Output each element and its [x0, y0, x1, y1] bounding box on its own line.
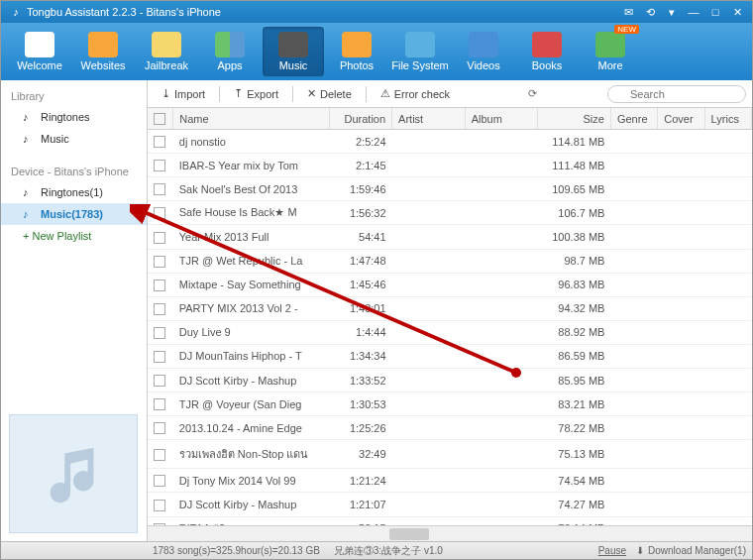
col-check[interactable] — [148, 108, 173, 130]
refresh-button[interactable]: ⟳ — [523, 87, 543, 100]
table-row[interactable]: Duy Live 9 1:4:44 88.92 MB — [148, 320, 752, 344]
table-row[interactable]: 2013.10.24 - Amine Edge 1:25:26 78.22 MB — [148, 416, 752, 440]
toolbar-jailbreak[interactable]: Jailbreak — [136, 27, 197, 76]
maximize-icon[interactable]: □ — [708, 5, 722, 19]
search-input[interactable] — [607, 85, 746, 103]
table-row[interactable]: IBAR-S Year mix by Tom 2:1:45 111.48 MB — [148, 154, 752, 177]
table-row[interactable]: รวมเพลงฮิต Non-Stop แดน 32:49 75.13 MB — [148, 440, 752, 469]
sidebar-item-lib-music[interactable]: ♪Music — [1, 128, 147, 150]
table-row[interactable]: dj nonstio 2:5:24 114.81 MB — [148, 130, 752, 154]
col-duration[interactable]: Duration — [330, 108, 392, 130]
cell-name: Mixtape - Say Something — [173, 273, 330, 296]
close-icon[interactable]: ✕ — [730, 5, 744, 19]
cell-album — [465, 469, 538, 493]
sidebar-item-dev-music[interactable]: ♪Music(1783) — [1, 203, 147, 225]
menu-icon[interactable]: ▾ — [665, 5, 679, 19]
library-header: Library — [1, 86, 147, 106]
col-album[interactable]: Album — [465, 108, 538, 130]
toolbar-more[interactable]: MoreNEW — [580, 27, 641, 76]
row-checkbox[interactable] — [154, 232, 165, 244]
cell-name: Safe House Is Back★ M — [173, 201, 330, 225]
cell-size: 111.48 MB — [538, 154, 611, 177]
table-row[interactable]: Dj Tony Mix 2014 Vol 99 1:21:24 74.54 MB — [148, 469, 752, 493]
apps-icon — [215, 32, 245, 57]
row-checkbox[interactable] — [154, 136, 165, 148]
cell-artist — [392, 469, 466, 493]
sync-icon[interactable]: ⟲ — [643, 5, 657, 19]
table-row[interactable]: Safe House Is Back★ M 1:56:32 106.7 MB — [148, 201, 752, 225]
row-checkbox[interactable] — [154, 351, 165, 363]
col-size[interactable]: Size — [538, 108, 611, 130]
table-row[interactable]: RITAA #2 53:15 73.14 MB — [148, 516, 752, 525]
cell-artist — [392, 296, 466, 320]
scroll-thumb[interactable] — [389, 528, 429, 540]
delete-button[interactable]: ✕ Delete — [299, 84, 360, 103]
cell-size: 100.38 MB — [538, 225, 611, 249]
row-checkbox[interactable] — [154, 160, 165, 171]
table-row[interactable]: Sak Noel's Best Of 2013 1:59:46 109.65 M… — [148, 177, 752, 201]
table-row[interactable]: TJR @ Voyeur (San Dieg 1:30:53 83.21 MB — [148, 392, 752, 416]
status-summary: 1783 song(s)=325.9hour(s)=20.13 GB — [153, 545, 320, 556]
cell-duration: 54:41 — [330, 225, 392, 249]
table-row[interactable]: Year Mix 2013 Full 54:41 100.38 MB — [148, 225, 752, 249]
col-lyrics[interactable]: Lyrics — [704, 108, 751, 130]
table-row[interactable]: DJ Scott Kirby - Mashup 1:21:07 74.27 MB — [148, 493, 752, 516]
toolbar-music[interactable]: Music — [263, 27, 324, 76]
row-checkbox[interactable] — [154, 500, 165, 511]
sidebar-item-dev-ringtones[interactable]: ♪Ringtones(1) — [1, 181, 147, 203]
row-checkbox[interactable] — [154, 183, 165, 195]
row-checkbox[interactable] — [154, 303, 165, 315]
cell-duration: 2:5:24 — [330, 130, 392, 154]
track-table-wrap[interactable]: Name Duration Artist Album Size Genre Co… — [148, 108, 752, 525]
row-checkbox[interactable] — [154, 449, 165, 461]
row-checkbox[interactable] — [154, 280, 165, 291]
col-artist[interactable]: Artist — [392, 108, 466, 130]
pause-button[interactable]: Pause — [598, 545, 626, 556]
col-cover[interactable]: Cover — [658, 108, 704, 130]
cell-artist — [392, 154, 466, 177]
cell-size: 74.54 MB — [538, 469, 611, 493]
cell-artist — [392, 225, 466, 249]
download-manager-button[interactable]: ⬇ Download Manager(1) — [636, 545, 746, 556]
cell-size: 94.32 MB — [538, 296, 611, 320]
table-row[interactable]: TJR @ Wet Republic - La 1:47:48 98.7 MB — [148, 249, 752, 273]
toolbar-books[interactable]: Books — [516, 27, 578, 76]
titlebar[interactable]: ♪ Tongbu Assistant 2.2.3 - Bitans's iPho… — [1, 1, 752, 23]
feedback-icon[interactable]: ✉ — [621, 5, 635, 19]
table-row[interactable]: PARTY MIX 2013 Vol 2 - 1:43:01 94.32 MB — [148, 296, 752, 320]
table-row[interactable]: DJ Scott Kirby - Mashup 1:33:52 85.95 MB — [148, 369, 752, 392]
minimize-icon[interactable]: — — [687, 5, 700, 19]
videos-icon — [469, 32, 498, 57]
row-checkbox[interactable] — [154, 207, 165, 219]
table-row[interactable]: DJ MounTains Hiphop - T 1:34:34 86.59 MB — [148, 344, 752, 368]
col-name[interactable]: Name — [173, 108, 330, 130]
item-icon: ♪ — [23, 186, 35, 198]
status-extra: 兄弟连③3:战争之子 v1.0 — [334, 545, 443, 556]
row-checkbox[interactable] — [154, 256, 165, 268]
toolbar-filesystem[interactable]: File System — [389, 27, 451, 76]
row-checkbox[interactable] — [154, 375, 165, 387]
toolbar-videos[interactable]: Videos — [453, 27, 514, 76]
toolbar-apps[interactable]: Apps — [199, 27, 261, 76]
row-checkbox[interactable] — [154, 398, 165, 410]
col-genre[interactable]: Genre — [610, 108, 657, 130]
toolbar-websites[interactable]: Websites — [72, 27, 134, 76]
jailbreak-icon — [152, 32, 181, 57]
toolbar-photos[interactable]: Photos — [326, 27, 387, 76]
row-checkbox[interactable] — [154, 327, 165, 339]
import-button[interactable]: ⤓ Import — [154, 84, 213, 103]
horizontal-scrollbar[interactable] — [148, 525, 752, 541]
toolbar-welcome[interactable]: Welcome — [9, 27, 70, 76]
cell-name: 2013.10.24 - Amine Edge — [173, 416, 330, 440]
error-check-button[interactable]: ⚠ Error check — [373, 84, 458, 103]
new-playlist-button[interactable]: + New Playlist — [1, 225, 147, 247]
cell-duration: 1:34:34 — [330, 344, 392, 368]
refresh-icon: ⟳ — [528, 87, 537, 99]
sidebar-item-lib-ringtones[interactable]: ♪Ringtones — [1, 106, 147, 128]
row-checkbox[interactable] — [154, 422, 165, 434]
cell-artist — [392, 130, 466, 154]
cell-duration: 1:21:24 — [330, 469, 392, 493]
export-button[interactable]: ⤒ Export — [226, 84, 286, 103]
row-checkbox[interactable] — [154, 475, 165, 487]
table-row[interactable]: Mixtape - Say Something 1:45:46 96.83 MB — [148, 273, 752, 296]
